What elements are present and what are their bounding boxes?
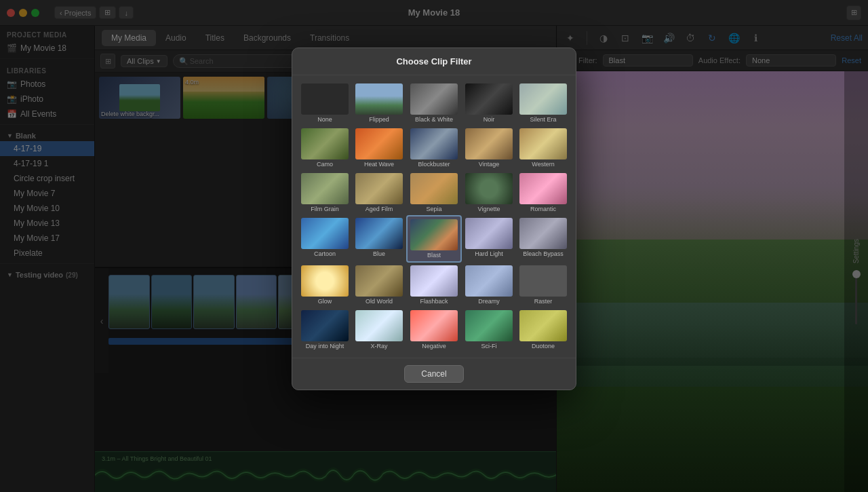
filter-label-blockbuster: Blockbuster [418,161,450,168]
filter-thumb-oldworld [355,265,403,297]
filter-thumb-agedfilm [355,173,403,204]
filter-label-blast: Blast [427,252,441,259]
filter-thumb-glow [301,265,349,297]
filter-thumb-negative [410,310,458,341]
filter-label-raster: Raster [534,298,553,305]
filter-label-camo: Camo [317,161,333,168]
filter-label-scifi: Sci-Fi [481,343,497,349]
filter-label-blue: Blue [373,250,385,257]
filter-label-heatwave: Heat Wave [364,161,394,168]
filter-label-flipped: Flipped [369,116,389,123]
filter-item-cartoon[interactable]: Cartoon [298,215,352,263]
filter-label-xray: X-Ray [370,343,387,349]
filter-item-vignette[interactable]: Vignette [462,170,516,215]
filter-label-vintage: Vintage [479,161,499,168]
filter-item-glow[interactable]: Glow [298,263,352,307]
filter-thumb-heatwave [355,128,403,159]
filter-label-noir: Noir [484,116,495,123]
modal-overlay: Choose Clip Filter NoneFlippedBlack & Wh… [0,0,868,492]
filter-item-negative[interactable]: Negative [406,307,462,352]
filter-label-none: None [317,116,332,123]
filter-item-camo[interactable]: Camo [298,126,352,170]
filter-thumb-noir [465,83,513,115]
filter-item-western[interactable]: Western [516,126,570,170]
filter-label-bleachbypass: Bleach Bypass [523,250,564,257]
filter-thumb-western [519,128,567,159]
filter-item-dreamy[interactable]: Dreamy [462,263,516,307]
filter-thumb-hardlight [465,218,513,249]
filter-thumb-scifi [465,310,513,341]
filter-thumb-flipped [355,83,403,115]
filter-item-filmgrain[interactable]: Film Grain [298,170,352,215]
modal-footer: Cancel [292,358,576,390]
filter-item-flipped[interactable]: Flipped [352,81,406,126]
filter-item-oldworld[interactable]: Old World [352,263,406,307]
filter-label-bw: Black & White [415,116,453,123]
filter-thumb-xray [355,310,403,341]
filter-item-blue[interactable]: Blue [352,215,406,263]
filter-thumb-cartoon [301,218,349,249]
filter-thumb-bw [410,83,458,115]
filter-grid: NoneFlippedBlack & WhiteNoirSilent EraCa… [292,75,576,358]
filter-thumb-camo [301,128,349,159]
filter-label-vignette: Vignette [478,206,500,212]
filter-thumb-vignette [465,173,513,204]
filter-item-xray[interactable]: X-Ray [352,307,406,352]
filter-label-dreamy: Dreamy [478,298,500,305]
filter-item-noir[interactable]: Noir [462,81,516,126]
filter-label-silera: Silent Era [530,116,556,123]
filter-thumb-blockbuster [410,128,458,159]
filter-label-oldworld: Old World [366,298,393,305]
filter-label-agedfilm: Aged Film [366,206,393,212]
clip-filter-modal: Choose Clip Filter NoneFlippedBlack & Wh… [292,48,576,390]
filter-thumb-romantic [519,173,567,204]
filter-item-duotone[interactable]: Duotone [516,307,570,352]
cancel-button[interactable]: Cancel [404,365,463,383]
filter-item-none[interactable]: None [298,81,352,126]
filter-thumb-daynight [301,310,349,341]
filter-thumb-filmgrain [301,173,349,204]
filter-item-silera[interactable]: Silent Era [516,81,570,126]
modal-title: Choose Clip Filter [292,48,576,75]
filter-item-daynight[interactable]: Day into Night [298,307,352,352]
filter-label-negative: Negative [422,343,446,349]
filter-item-hardlight[interactable]: Hard Light [462,215,516,263]
filter-item-blockbuster[interactable]: Blockbuster [406,126,462,170]
filter-thumb-bleachbypass [519,218,567,249]
filter-label-duotone: Duotone [532,343,555,349]
filter-label-flashback: Flashback [420,298,448,305]
filter-label-daynight: Day into Night [306,343,344,349]
filter-item-heatwave[interactable]: Heat Wave [352,126,406,170]
filter-thumb-silera [519,83,567,115]
filter-label-glow: Glow [318,298,332,305]
filter-thumb-sepia [410,173,458,204]
filter-thumb-blast [410,219,458,250]
filter-item-blast[interactable]: Blast [406,215,462,263]
filter-label-cartoon: Cartoon [314,250,336,257]
filter-label-sepia: Sepia [426,206,441,212]
filter-label-filmgrain: Film Grain [311,206,339,212]
filter-item-agedfilm[interactable]: Aged Film [352,170,406,215]
filter-item-romantic[interactable]: Romantic [516,170,570,215]
filter-label-hardlight: Hard Light [475,250,503,257]
filter-item-bw[interactable]: Black & White [406,81,462,126]
filter-thumb-dreamy [465,265,513,297]
filter-item-scifi[interactable]: Sci-Fi [462,307,516,352]
filter-thumb-none [301,83,349,115]
filter-item-raster[interactable]: Raster [516,263,570,307]
filter-item-vintage[interactable]: Vintage [462,126,516,170]
filter-thumb-blue [355,218,403,249]
filter-thumb-flashback [410,265,458,297]
filter-label-western: Western [532,161,554,168]
filter-thumb-vintage [465,128,513,159]
filter-thumb-duotone [519,310,567,341]
filter-item-flashback[interactable]: Flashback [406,263,462,307]
filter-thumb-raster [519,265,567,297]
filter-item-bleachbypass[interactable]: Bleach Bypass [516,215,570,263]
filter-item-sepia[interactable]: Sepia [406,170,462,215]
filter-label-romantic: Romantic [530,206,556,212]
